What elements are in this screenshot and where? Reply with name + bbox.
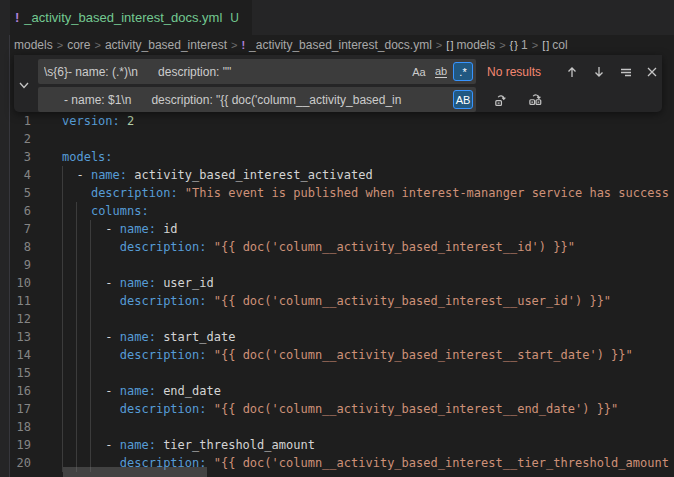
next-match-button[interactable] — [589, 62, 609, 82]
replace-options: AB — [453, 90, 473, 109]
sidebar-edge — [0, 35, 10, 477]
breadcrumb-separator: > — [57, 39, 63, 51]
breadcrumb-label: _activity_based_interest_docs.yml — [249, 38, 432, 52]
breadcrumb-label: activity_based_interest — [105, 38, 227, 52]
breadcrumb-item-models[interactable]: [ ]models — [446, 38, 495, 52]
breadcrumb-item-core[interactable]: core — [67, 38, 90, 52]
code-text: description: "{{ doc('column__activity_b… — [62, 400, 618, 418]
code-text: columns: — [62, 202, 149, 220]
breadcrumb-item-activity_based_interest[interactable]: activity_based_interest — [105, 38, 227, 52]
breadcrumb-label: core — [67, 38, 90, 52]
breadcrumb-item-models[interactable]: models — [14, 38, 53, 52]
replace-button[interactable] — [490, 90, 510, 110]
code-line[interactable]: 12 — [0, 310, 674, 328]
array-symbol-icon: [ ] — [542, 39, 548, 51]
yaml-symbol-icon: ! — [241, 39, 245, 51]
find-input-box: Aa ab .* — [38, 59, 476, 84]
code-line[interactable]: 19 - name: tier_threshold_amount — [0, 436, 674, 454]
code-text: - name: user_id — [62, 274, 214, 292]
breadcrumb-item-_activity_based_interest_docs.yml[interactable]: !_activity_based_interest_docs.yml — [241, 38, 431, 52]
code-line[interactable]: 7 - name: id — [0, 220, 674, 238]
code-line[interactable]: 2 — [0, 130, 674, 148]
code-line[interactable]: 9 — [0, 256, 674, 274]
breadcrumb: models>core>activity_based_interest>!_ac… — [10, 35, 674, 55]
code-line[interactable]: 1version: 2 — [0, 112, 674, 130]
code-text: version: 2 — [62, 112, 134, 130]
code-text: description: "{{ doc('column__activity_b… — [62, 292, 611, 310]
code-text: models: — [62, 148, 113, 166]
code-text: - name: tier_threshold_amount — [62, 436, 315, 454]
array-symbol-icon: [ ] — [446, 39, 452, 51]
code-line[interactable]: 15 — [0, 364, 674, 382]
breadcrumb-item-col[interactable]: [ ]col — [542, 38, 568, 52]
code-line[interactable]: 4 - name: activity_based_interest_activa… — [0, 166, 674, 184]
tab-activity-based-interest-docs[interactable]: ! _activity_based_interest_docs.yml U — [10, 0, 253, 35]
vscode-window: ! _activity_based_interest_docs.yml U mo… — [0, 0, 674, 477]
match-case-toggle[interactable]: Aa — [409, 62, 429, 81]
breadcrumb-separator: > — [231, 39, 237, 51]
code-line[interactable]: 11 description: "{{ doc('column__activit… — [0, 292, 674, 310]
replace-input[interactable] — [38, 87, 476, 112]
toggle-replace-chevron-icon[interactable] — [16, 77, 32, 93]
object-symbol-icon: { } — [510, 39, 517, 51]
breadcrumb-separator: > — [94, 39, 100, 51]
breadcrumb-separator: > — [532, 39, 538, 51]
code-text: description: "This event is published wh… — [62, 184, 669, 202]
code-line[interactable]: 5 description: "This event is published … — [0, 184, 674, 202]
code-line[interactable]: 10 - name: user_id — [0, 274, 674, 292]
yaml-file-icon: ! — [15, 10, 19, 25]
horizontal-scrollbar-thumb[interactable] — [63, 467, 207, 477]
code-text: description: "{{ doc('column__activity_b… — [62, 346, 633, 364]
previous-match-button[interactable] — [562, 62, 582, 82]
code-text: - name: activity_based_interest_activate… — [62, 166, 373, 184]
breadcrumb-separator: > — [436, 39, 442, 51]
breadcrumb-label: 1 — [521, 38, 528, 52]
code-text: - name: start_date — [62, 328, 235, 346]
code-line[interactable]: 17 description: "{{ doc('column__activit… — [0, 400, 674, 418]
find-replace-widget: Aa ab .* No results AB — [14, 55, 662, 112]
code-line[interactable]: 3models: — [0, 148, 674, 166]
preserve-case-toggle[interactable]: AB — [453, 90, 473, 109]
tab-bar: ! _activity_based_interest_docs.yml U — [0, 0, 674, 35]
find-options: Aa ab .* — [409, 62, 473, 81]
code-line[interactable]: 8 description: "{{ doc('column__activity… — [0, 238, 674, 256]
git-untracked-badge: U — [230, 11, 239, 25]
code-line[interactable]: 13 - name: start_date — [0, 328, 674, 346]
breadcrumb-separator: > — [499, 39, 505, 51]
regex-toggle[interactable]: .* — [453, 62, 473, 81]
code-text: - name: end_date — [62, 382, 221, 400]
close-find-widget-button[interactable] — [642, 62, 662, 82]
code-line[interactable]: 14 description: "{{ doc('column__activit… — [0, 346, 674, 364]
find-results-status: No results — [487, 65, 541, 79]
editor-content[interactable]: 1version: 223models:4 - name: activity_b… — [0, 112, 674, 477]
replace-input-box: AB — [38, 87, 476, 112]
breadcrumb-label: models — [14, 38, 53, 52]
breadcrumb-item-1[interactable]: { }1 — [510, 38, 528, 52]
code-line[interactable]: 6 columns: — [0, 202, 674, 220]
code-text: description: "{{ doc('column__activity_b… — [62, 238, 575, 256]
code-line[interactable]: 16 - name: end_date — [0, 382, 674, 400]
tab-filename: _activity_based_interest_docs.yml — [24, 10, 222, 25]
code-text: - name: id — [62, 220, 178, 238]
find-in-selection-button[interactable] — [616, 62, 636, 82]
code-line[interactable]: 18 — [0, 418, 674, 436]
breadcrumb-label: col — [552, 38, 567, 52]
breadcrumb-label: models — [456, 38, 495, 52]
replace-all-button[interactable] — [525, 90, 545, 110]
whole-word-toggle[interactable]: ab — [431, 62, 451, 81]
